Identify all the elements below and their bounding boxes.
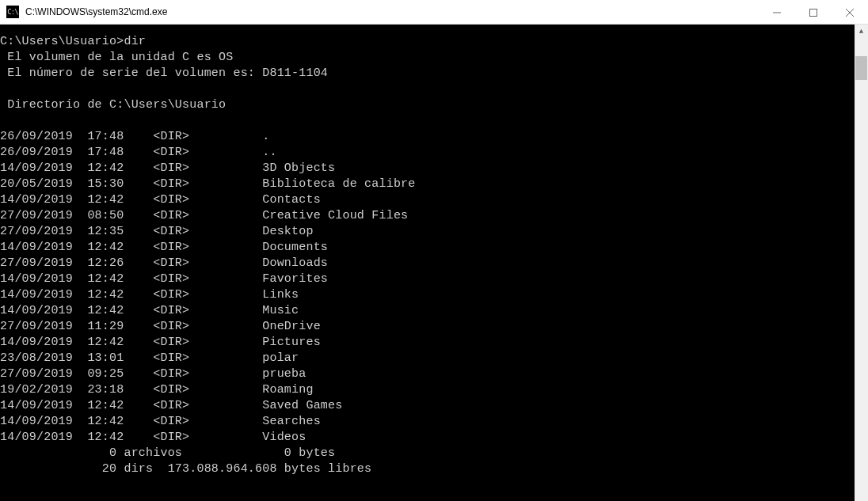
scrollbar[interactable]: ▲ (855, 25, 868, 501)
close-button[interactable] (832, 0, 868, 25)
cmd-icon: C:\ (6, 6, 19, 18)
scroll-thumb[interactable] (855, 56, 867, 80)
window-controls (759, 0, 868, 25)
scroll-up-arrow[interactable]: ▲ (855, 25, 868, 38)
window-title: C:\WINDOWS\system32\cmd.exe (25, 6, 167, 17)
terminal-area: C:\Users\Usuario>dir El volumen de la un… (0, 25, 868, 501)
svg-rect-1 (810, 9, 817, 16)
minimize-button[interactable] (759, 0, 795, 25)
window-titlebar: C:\ C:\WINDOWS\system32\cmd.exe (0, 0, 868, 25)
maximize-button[interactable] (795, 0, 832, 25)
terminal-output[interactable]: C:\Users\Usuario>dir El volumen de la un… (0, 25, 855, 501)
